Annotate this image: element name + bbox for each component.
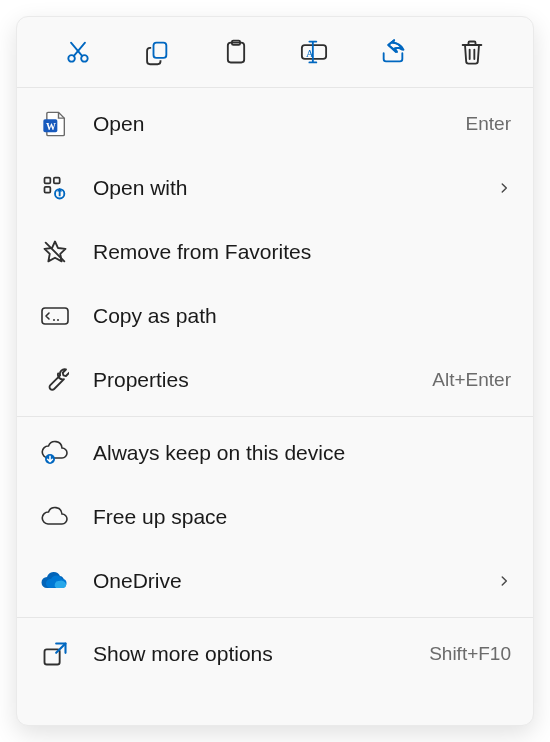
svg-rect-4	[153, 43, 166, 58]
show-more-label: Show more options	[93, 642, 417, 666]
delete-button[interactable]	[455, 35, 489, 69]
show-more-icon	[39, 638, 71, 670]
cut-button[interactable]	[61, 35, 95, 69]
unstar-icon	[39, 236, 71, 268]
share-icon	[379, 38, 407, 66]
show-more-accel: Shift+F10	[429, 643, 511, 665]
properties-accel: Alt+Enter	[432, 369, 511, 391]
onedrive-label: OneDrive	[93, 569, 485, 593]
remove-favorites-label: Remove from Favorites	[93, 240, 511, 264]
menu-item-free-space[interactable]: Free up space	[17, 485, 533, 549]
copy-button[interactable]	[140, 35, 174, 69]
svg-text:W: W	[46, 121, 56, 132]
share-button[interactable]	[376, 35, 410, 69]
clipboard-icon	[222, 38, 250, 66]
toolbar: A	[17, 17, 533, 88]
svg-rect-15	[45, 187, 51, 193]
copy-path-label: Copy as path	[93, 304, 511, 328]
rename-icon: A	[299, 38, 329, 66]
chevron-right-icon	[497, 574, 511, 588]
chevron-right-icon	[497, 181, 511, 195]
open-accel: Enter	[466, 113, 511, 135]
menu-item-remove-favorites[interactable]: Remove from Favorites	[17, 220, 533, 284]
context-menu: A	[16, 16, 534, 726]
menu-item-onedrive[interactable]: OneDrive	[17, 549, 533, 613]
copy-path-icon	[39, 300, 71, 332]
wrench-icon	[39, 364, 71, 396]
free-space-label: Free up space	[93, 505, 511, 529]
svg-line-26	[56, 644, 65, 653]
open-label: Open	[93, 112, 454, 136]
onedrive-icon	[39, 565, 71, 597]
svg-rect-16	[54, 178, 60, 184]
svg-text:A: A	[306, 48, 314, 59]
open-with-label: Open with	[93, 176, 485, 200]
scissors-icon	[64, 38, 92, 66]
svg-point-22	[53, 319, 55, 321]
open-with-icon	[39, 172, 71, 204]
menu-item-always-keep[interactable]: Always keep on this device	[17, 421, 533, 485]
menu-group-1: W Open Enter Open with	[17, 88, 533, 416]
menu-group-2: Always keep on this device Free up space…	[17, 417, 533, 617]
svg-point-23	[57, 319, 59, 321]
menu-item-properties[interactable]: Properties Alt+Enter	[17, 348, 533, 412]
cloud-icon	[39, 501, 71, 533]
always-keep-label: Always keep on this device	[93, 441, 511, 465]
menu-item-open-with[interactable]: Open with	[17, 156, 533, 220]
paste-button[interactable]	[219, 35, 253, 69]
menu-item-open[interactable]: W Open Enter	[17, 92, 533, 156]
menu-group-3: Show more options Shift+F10	[17, 618, 533, 690]
properties-label: Properties	[93, 368, 420, 392]
cloud-keep-icon	[39, 437, 71, 469]
copy-icon	[143, 38, 171, 66]
svg-rect-14	[45, 178, 51, 184]
menu-item-copy-path[interactable]: Copy as path	[17, 284, 533, 348]
word-document-icon: W	[39, 108, 71, 140]
menu-item-show-more[interactable]: Show more options Shift+F10	[17, 622, 533, 686]
rename-button[interactable]: A	[297, 35, 331, 69]
trash-icon	[458, 38, 486, 66]
